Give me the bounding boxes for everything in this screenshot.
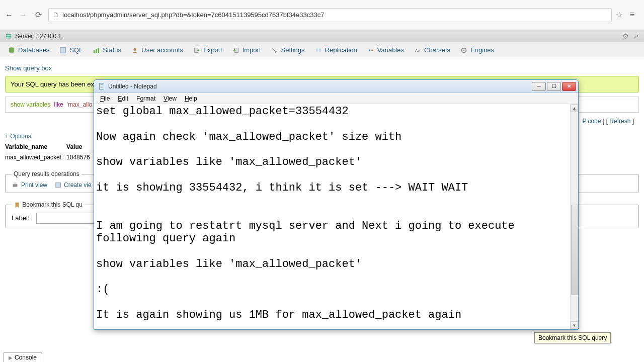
notepad-text-area[interactable]: set global max_allowed_packet=33554432 N… — [94, 104, 570, 329]
browser-menu-icon[interactable]: ≡ — [630, 10, 640, 20]
svg-rect-6 — [96, 49, 97, 53]
svg-rect-5 — [94, 50, 95, 53]
create-view-icon — [54, 182, 61, 189]
back-button[interactable]: ← — [4, 10, 14, 20]
svg-rect-2 — [6, 37, 12, 38]
menu-file[interactable]: File — [96, 94, 114, 103]
gear-icon[interactable]: ⚙ — [622, 32, 629, 40]
create-view-link[interactable]: Create vie — [54, 182, 92, 189]
svg-text:Aa: Aa — [415, 48, 421, 53]
tab-engines[interactable]: Engines — [455, 43, 499, 57]
minimize-button[interactable]: ─ — [532, 82, 546, 91]
notepad-titlebar[interactable]: Untitled - Notepad ─ ☐ ✕ — [94, 80, 578, 93]
menu-view[interactable]: View — [159, 94, 181, 103]
maximize-button[interactable]: ☐ — [547, 82, 561, 91]
notepad-title: Untitled - Notepad — [108, 83, 532, 90]
forward-button[interactable]: → — [18, 10, 28, 20]
tab-variables[interactable]: Variables — [362, 43, 409, 57]
svg-rect-18 — [13, 184, 18, 187]
status-icon — [93, 47, 100, 54]
bookmark-icon — [14, 202, 21, 209]
svg-rect-0 — [6, 34, 12, 35]
tab-settings[interactable]: Settings — [266, 43, 310, 57]
console-tab[interactable]: ▶ Console — [3, 352, 42, 362]
export-icon — [193, 47, 200, 54]
svg-rect-1 — [6, 36, 12, 37]
scroll-up-arrow[interactable]: ▲ — [571, 104, 578, 112]
show-query-box-link[interactable]: Show query box — [5, 64, 52, 72]
tab-sql[interactable]: SQL — [54, 43, 88, 57]
tab-users[interactable]: User accounts — [126, 43, 188, 57]
result-table: Variable_nameValue max_allowed_packet104… — [5, 142, 95, 162]
svg-rect-11 — [315, 48, 317, 51]
label-text: Label: — [12, 214, 29, 222]
tab-charsets[interactable]: AaCharsets — [409, 43, 455, 57]
url-text: localhost/phpmyadmin/server_sql.php?db=&… — [62, 11, 324, 19]
bookmark-star-icon[interactable]: ☆ — [616, 10, 626, 20]
settings-icon — [271, 47, 278, 54]
replication-icon — [315, 47, 322, 54]
charsets-icon: Aa — [414, 47, 421, 54]
tab-bar: Databases SQL Status User accounts Expor… — [0, 42, 644, 58]
svg-point-13 — [368, 49, 370, 51]
tab-databases[interactable]: Databases — [3, 43, 54, 57]
tooltip: Bookmark this SQL query — [534, 332, 611, 343]
sql-icon — [59, 47, 66, 54]
users-icon — [131, 47, 138, 54]
col-variable-name: Variable_name — [5, 142, 66, 152]
bookmark-legend: Bookmark this SQL qu — [12, 201, 85, 209]
close-button[interactable]: ✕ — [562, 82, 576, 91]
exit-icon[interactable]: ↗ — [633, 32, 639, 40]
print-view-link[interactable]: Print view — [12, 182, 47, 189]
tab-status[interactable]: Status — [88, 43, 126, 57]
svg-point-17 — [463, 49, 465, 51]
reload-button[interactable]: ⟳ — [32, 9, 44, 21]
import-icon — [232, 47, 239, 54]
tab-import[interactable]: Import — [227, 43, 266, 57]
tab-replication[interactable]: Replication — [310, 43, 362, 57]
notepad-menubar: File Edit Format View Help — [94, 93, 578, 104]
label-input[interactable] — [36, 213, 97, 224]
svg-rect-4 — [60, 47, 66, 53]
engines-icon — [460, 47, 467, 54]
svg-rect-20 — [55, 183, 61, 188]
print-icon — [12, 182, 19, 189]
tab-export[interactable]: Export — [188, 43, 227, 57]
svg-rect-7 — [98, 48, 100, 53]
menu-help[interactable]: Help — [181, 94, 201, 103]
url-bar[interactable]: 🗋 localhost/phpmyadmin/server_sql.php?db… — [48, 8, 612, 22]
server-icon — [5, 33, 12, 40]
table-row: max_allowed_packet1048576 — [5, 152, 95, 163]
scroll-down-arrow[interactable]: ▼ — [571, 321, 578, 329]
database-icon — [8, 47, 15, 54]
col-value: Value — [66, 142, 95, 152]
svg-point-14 — [371, 49, 373, 51]
php-code-link[interactable]: P code — [582, 118, 601, 125]
svg-point-8 — [133, 48, 136, 50]
menu-edit[interactable]: Edit — [114, 94, 132, 103]
svg-rect-19 — [14, 183, 16, 185]
scroll-thumb[interactable] — [571, 205, 578, 295]
refresh-link[interactable]: Refresh — [609, 118, 630, 125]
menu-format[interactable]: Format — [132, 94, 159, 103]
scrollbar[interactable]: ▲ ▼ — [570, 104, 578, 329]
notepad-window: Untitled - Notepad ─ ☐ ✕ File Edit Forma… — [94, 79, 579, 330]
server-bar: Server: 127.0.0.1 ⚙ ↗ — [0, 30, 644, 42]
variables-icon — [367, 47, 374, 54]
notepad-icon — [98, 83, 105, 90]
svg-rect-12 — [318, 48, 320, 51]
qr-ops-legend: Query results operations — [12, 170, 82, 177]
server-label: Server: 127.0.0.1 — [15, 33, 61, 40]
